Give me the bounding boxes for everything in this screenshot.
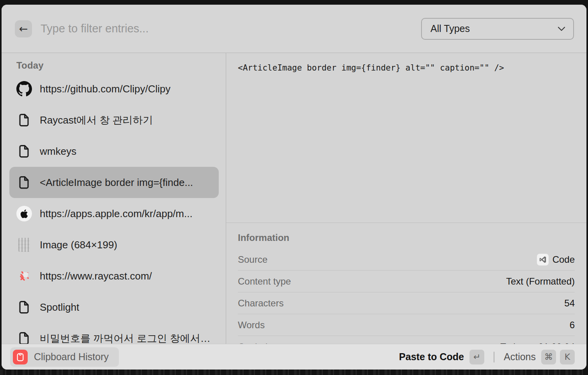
list-item-selected[interactable]: <ArticleImage border img={finde... xyxy=(9,167,219,198)
search-input[interactable] xyxy=(41,22,421,35)
info-value: 54 xyxy=(564,298,575,309)
github-icon xyxy=(16,81,33,97)
back-arrow-icon: ← xyxy=(19,23,28,35)
image-thumbnail xyxy=(16,238,33,252)
information-title: Information xyxy=(238,231,575,249)
list-item[interactable]: https://www.raycast.com/ xyxy=(9,260,219,292)
clipboard-content-preview: <ArticleImage border img={finder} alt=""… xyxy=(226,53,586,223)
clipboard-entry-list: Today https://github.com/Clipy/Clipy Ray… xyxy=(2,53,226,370)
type-filter-dropdown[interactable]: All Types xyxy=(421,18,574,40)
footer-divider xyxy=(494,352,494,363)
list-item[interactable]: https://github.com/Clipy/Clipy xyxy=(9,73,219,104)
list-item-label: Image (684×199) xyxy=(40,239,117,251)
background-window-remnant xyxy=(0,370,588,375)
raycast-favicon-icon xyxy=(16,269,33,283)
info-row-words: Words 6 xyxy=(238,314,575,336)
list-section-title: Today xyxy=(16,60,219,71)
list-item-label: https://apps.apple.com/kr/app/m... xyxy=(40,208,193,220)
list-item-label: https://github.com/Clipy/Clipy xyxy=(40,83,170,95)
info-value: Text (Formatted) xyxy=(506,276,575,287)
document-icon xyxy=(16,113,33,127)
info-value: 6 xyxy=(570,320,575,331)
apple-icon xyxy=(16,206,33,221)
list-item-label: Raycast에서 창 관리하기 xyxy=(40,113,153,127)
vscode-icon xyxy=(537,254,549,265)
chevron-down-icon xyxy=(558,27,565,31)
app-identity[interactable]: Clipboard History xyxy=(10,347,119,367)
list-item-label: 비밀번호를 까먹어서 로그인 창에서 5회... xyxy=(40,332,213,345)
info-label: Words xyxy=(238,320,265,331)
k-key-icon[interactable]: K xyxy=(560,350,575,364)
command-key-icon[interactable]: ⌘ xyxy=(541,350,556,364)
information-section: Information Source Code Content type Tex… xyxy=(226,223,586,358)
paste-to-code-action[interactable]: Paste to Code xyxy=(399,351,464,363)
clipboard-history-window: ← All Types Today https://github.com/Cli… xyxy=(2,5,586,370)
back-button[interactable]: ← xyxy=(15,20,32,37)
info-row-characters: Characters 54 xyxy=(238,292,575,314)
list-item[interactable]: Raycast에서 창 관리하기 xyxy=(9,104,219,136)
list-item[interactable]: Image (684×199) xyxy=(9,229,219,260)
info-label: Source xyxy=(238,254,267,265)
info-label: Characters xyxy=(238,298,283,309)
list-item[interactable]: Spotlight xyxy=(9,292,219,323)
info-label: Content type xyxy=(238,276,291,287)
info-row-content-type: Content type Text (Formatted) xyxy=(238,271,575,292)
enter-key-icon[interactable]: ↵ xyxy=(469,350,484,364)
document-icon xyxy=(16,332,33,345)
document-icon xyxy=(16,176,33,189)
type-filter-selected-value: All Types xyxy=(430,23,470,34)
app-name-label: Clipboard History xyxy=(34,351,109,363)
list-item[interactable]: https://apps.apple.com/kr/app/m... xyxy=(9,198,219,229)
search-header: ← All Types xyxy=(2,5,586,53)
list-item-label: <ArticleImage border img={finde... xyxy=(40,177,193,189)
clipboard-history-icon xyxy=(13,350,28,364)
list-item-label: Spotlight xyxy=(40,301,79,313)
document-icon xyxy=(16,145,33,158)
info-row-source: Source Code xyxy=(238,249,575,271)
info-value: Code xyxy=(553,254,575,265)
document-icon xyxy=(16,301,33,314)
list-item[interactable]: wmkeys xyxy=(9,136,219,167)
action-bar: Clipboard History Paste to Code ↵ Action… xyxy=(2,344,586,370)
content-area: Today https://github.com/Clipy/Clipy Ray… xyxy=(2,53,586,370)
actions-menu-button[interactable]: Actions xyxy=(504,351,536,363)
list-item-label: wmkeys xyxy=(40,145,76,157)
detail-pane: <ArticleImage border img={finder} alt=""… xyxy=(226,53,586,370)
list-item-label: https://www.raycast.com/ xyxy=(40,270,152,282)
